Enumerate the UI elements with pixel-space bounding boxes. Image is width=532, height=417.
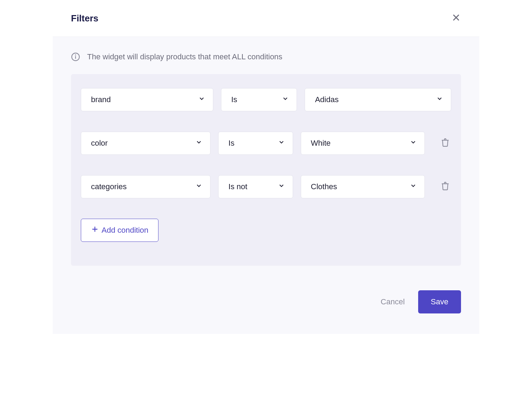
chevron-down-icon: [198, 95, 205, 104]
chevron-down-icon: [436, 95, 443, 104]
field-select[interactable]: brand: [81, 88, 213, 111]
chevron-down-icon: [278, 182, 285, 191]
operator-select-value: Is: [231, 95, 237, 104]
field-select-value: categories: [91, 182, 127, 191]
filters-modal: Filters The widget will display products…: [53, 0, 479, 334]
close-icon: [451, 13, 461, 24]
field-select[interactable]: color: [81, 132, 210, 155]
condition-row: brand Is Adidas: [81, 88, 451, 111]
value-select-value: Adidas: [315, 95, 338, 104]
chevron-down-icon: [195, 139, 202, 148]
modal-body: The widget will display products that me…: [53, 37, 479, 269]
trash-icon: [441, 138, 450, 148]
chevron-down-icon: [195, 182, 202, 191]
operator-select[interactable]: Is: [221, 88, 297, 111]
value-select[interactable]: Clothes: [301, 175, 425, 198]
field-select-value: color: [91, 139, 108, 148]
modal-title: Filters: [71, 13, 98, 24]
value-select-value: White: [311, 139, 331, 148]
delete-condition-button[interactable]: [439, 180, 451, 193]
condition-row: color Is White: [81, 132, 451, 155]
add-condition-label: Add condition: [102, 226, 148, 235]
info-row: The widget will display products that me…: [71, 52, 461, 61]
info-text: The widget will display products that me…: [87, 52, 283, 61]
save-button[interactable]: Save: [418, 290, 461, 313]
close-button[interactable]: [451, 13, 461, 24]
operator-select-value: Is not: [228, 182, 247, 191]
operator-select[interactable]: Is: [218, 132, 293, 155]
value-select[interactable]: White: [301, 132, 425, 155]
value-select-value: Clothes: [311, 182, 337, 191]
delete-condition-button[interactable]: [439, 137, 451, 150]
chevron-down-icon: [282, 95, 289, 104]
conditions-panel: brand Is Adidas: [71, 74, 461, 266]
value-select[interactable]: Adidas: [305, 88, 451, 111]
chevron-down-icon: [410, 182, 417, 191]
modal-header: Filters: [53, 0, 479, 37]
chevron-down-icon: [410, 139, 417, 148]
svg-point-2: [75, 55, 76, 55]
chevron-down-icon: [278, 139, 285, 148]
info-icon: [71, 52, 80, 61]
condition-row: categories Is not Clothes: [81, 175, 451, 198]
plus-icon: [91, 225, 99, 235]
add-condition-button[interactable]: Add condition: [81, 219, 158, 242]
modal-footer: Cancel Save: [53, 269, 479, 334]
field-select[interactable]: categories: [81, 175, 210, 198]
trash-icon: [441, 181, 450, 192]
field-select-value: brand: [91, 95, 111, 104]
cancel-button[interactable]: Cancel: [378, 292, 407, 312]
operator-select[interactable]: Is not: [218, 175, 293, 198]
operator-select-value: Is: [228, 139, 234, 148]
